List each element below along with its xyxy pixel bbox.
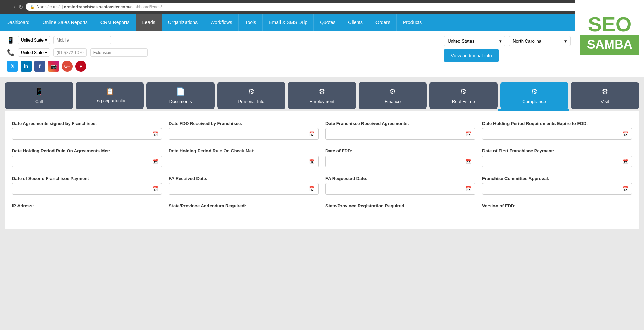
instagram-icon[interactable]: 📷 <box>48 61 59 72</box>
facebook-icon[interactable]: f <box>34 61 45 72</box>
pinterest-icon[interactable]: P <box>75 61 86 72</box>
state-value: North Carolina <box>513 38 541 44</box>
input-franchisee-received[interactable]: 📅 <box>325 128 475 140</box>
form-group-holding-check: Date Holding Period Rule On Check Met: 📅 <box>169 148 319 167</box>
finance-label: Finance <box>385 99 401 104</box>
label-first-payment: Date of First Franchisee Payment: <box>482 148 632 153</box>
nav-products[interactable]: Products <box>397 14 428 31</box>
label-fa-received: FA Received Date: <box>169 176 319 181</box>
real-estate-label: Real Estate <box>452 99 475 104</box>
compliance-form: Date Agreements signed by Franchisee: 📅 … <box>12 121 632 210</box>
seo-text: SEO <box>588 14 632 35</box>
calendar-icon-7: 📅 <box>466 159 472 164</box>
input-date-fdd[interactable]: 📅 <box>325 156 475 167</box>
country-chevron-icon: ▾ <box>499 38 502 44</box>
google-icon[interactable]: G+ <box>62 61 73 72</box>
calendar-icon-5: 📅 <box>152 159 158 164</box>
nav-online-sales[interactable]: Online Sales Reports <box>36 14 94 31</box>
input-holding-check[interactable]: 📅 <box>169 156 319 167</box>
nav-quotes[interactable]: Quotes <box>314 14 342 31</box>
label-version-fdd: Version of FDD: <box>482 203 632 208</box>
form-group-ip: IP Adress: <box>12 203 162 210</box>
nav-orders[interactable]: Orders <box>369 14 397 31</box>
input-second-payment[interactable]: 📅 <box>12 183 162 195</box>
label-fdd-received: Date FDD Received by Franchisee: <box>169 121 319 126</box>
mobile-country-select[interactable]: United State ▾ <box>18 36 50 44</box>
mobile-input[interactable] <box>53 36 111 44</box>
mobile-chevron-icon: ▾ <box>45 38 47 43</box>
log-opportunity-icon: 📋 <box>106 87 114 95</box>
reload-button[interactable]: ↻ <box>19 4 23 10</box>
seo-logo: SEO SAMBA <box>575 0 644 69</box>
address-bar[interactable]: 🔒 Non sécurisé | crmforfranchises.seotoa… <box>26 3 602 11</box>
nav-workflows[interactable]: Workflows <box>204 14 239 31</box>
form-group-franchisee-received: Date Franchisee Received Agreements: 📅 <box>325 121 475 140</box>
nav-organizations[interactable]: Organizations <box>162 14 204 31</box>
nav-leads[interactable]: Leads <box>136 14 162 31</box>
phone-row: 📞 United State ▾ (919)872-1070 <box>7 48 437 57</box>
main-content: Date Agreements signed by Franchisee: 📅 … <box>5 111 639 229</box>
extension-input[interactable] <box>90 48 148 57</box>
form-group-agreements-signed: Date Agreements signed by Franchisee: 📅 <box>12 121 162 140</box>
documents-button[interactable]: 📄 Documents <box>146 82 214 109</box>
country-dropdown[interactable]: United States ▾ <box>444 36 505 46</box>
nav-clients[interactable]: Clients <box>342 14 369 31</box>
label-date-fdd: Date of FDD: <box>325 148 475 153</box>
visit-label: Visit <box>601 99 609 104</box>
nav-crm-reports[interactable]: CRM Reports <box>94 14 136 31</box>
phone-country-select[interactable]: United State ▾ <box>18 48 50 57</box>
view-info-button[interactable]: View additional info <box>444 49 499 62</box>
mobile-icon: 📱 <box>7 36 14 44</box>
forward-button[interactable]: → <box>11 4 16 10</box>
form-group-version-fdd: Version of FDD: <box>482 203 632 210</box>
nav-email-sms[interactable]: Email & SMS Drip <box>263 14 314 31</box>
visit-icon: ⚙ <box>601 87 608 96</box>
mobile-country-label: United State <box>21 38 44 43</box>
compliance-label: Compliance <box>522 99 546 104</box>
tab-underline <box>5 109 639 111</box>
compliance-button[interactable]: ⚙ Compliance <box>500 82 568 109</box>
nav-dashboard[interactable]: Dashboard <box>0 14 36 31</box>
real-estate-icon: ⚙ <box>460 87 467 96</box>
linkedin-icon[interactable]: in <box>21 61 32 72</box>
label-fa-requested: FA Requested Date: <box>325 176 475 181</box>
personal-info-button[interactable]: ⚙ Personal Info <box>217 82 285 109</box>
calendar-icon-6: 📅 <box>309 159 315 164</box>
finance-icon: ⚙ <box>389 87 396 96</box>
url-text: Non sécurisé | crmforfranchises.seotoast… <box>37 4 162 9</box>
call-label: Call <box>35 99 43 104</box>
state-dropdown[interactable]: North Carolina ▾ <box>509 36 571 46</box>
label-state-registration: State/Province Registration Required: <box>325 203 475 208</box>
input-holding-agreements[interactable]: 📅 <box>12 156 162 167</box>
input-first-payment[interactable]: 📅 <box>482 156 632 167</box>
call-button[interactable]: 📱 Call <box>5 82 73 109</box>
phone-chevron-icon: ▾ <box>45 50 47 55</box>
visit-button[interactable]: ⚙ Visit <box>571 82 639 109</box>
calendar-icon-9: 📅 <box>152 186 158 192</box>
documents-icon: 📄 <box>176 87 185 96</box>
input-fa-requested[interactable]: 📅 <box>325 183 475 195</box>
finance-button[interactable]: ⚙ Finance <box>359 82 427 109</box>
log-opportunity-label: Log opportunity <box>95 98 126 103</box>
form-group-holding-expire: Date Holding Period Requirements Expire … <box>482 121 632 140</box>
input-agreements-signed[interactable]: 📅 <box>12 128 162 140</box>
twitter-icon[interactable]: 𝕏 <box>7 61 18 72</box>
input-committee-approval[interactable]: 📅 <box>482 183 632 195</box>
form-group-fa-requested: FA Requested Date: 📅 <box>325 176 475 195</box>
employment-button[interactable]: ⚙ Employment <box>288 82 356 109</box>
label-holding-expire: Date Holding Period Requirements Expire … <box>482 121 632 126</box>
nav-tools[interactable]: Tools <box>239 14 263 31</box>
browser-bar: ← → ↻ 🔒 Non sécurisé | crmforfranchises.… <box>0 0 644 14</box>
form-row-1: Date Agreements signed by Franchisee: 📅 … <box>12 121 632 140</box>
real-estate-button[interactable]: ⚙ Real Estate <box>429 82 497 109</box>
input-fa-received[interactable]: 📅 <box>169 183 319 195</box>
input-holding-expire[interactable]: 📅 <box>482 128 632 140</box>
label-franchisee-received: Date Franchisee Received Agreements: <box>325 121 475 126</box>
form-row-3: Date of Second Franchisee Payment: 📅 FA … <box>12 176 632 195</box>
input-fdd-received[interactable]: 📅 <box>169 128 319 140</box>
back-button[interactable]: ← <box>3 4 9 10</box>
form-group-holding-agreements: Date Holding Period Rule On Agreements M… <box>12 148 162 167</box>
log-opportunity-button[interactable]: 📋 Log opportunity <box>76 82 144 109</box>
form-group-second-payment: Date of Second Franchisee Payment: 📅 <box>12 176 162 195</box>
form-group-first-payment: Date of First Franchisee Payment: 📅 <box>482 148 632 167</box>
